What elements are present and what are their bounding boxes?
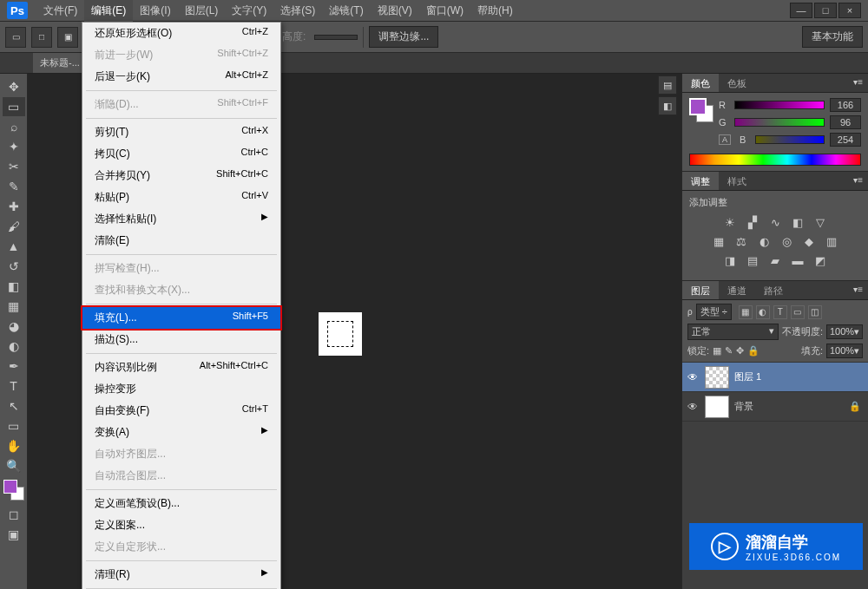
minimize-button[interactable]: — xyxy=(790,3,812,18)
menu-item[interactable]: 拷贝(C)Ctrl+C xyxy=(82,143,280,165)
pen-tool[interactable]: ✒ xyxy=(3,357,25,376)
menu-7[interactable]: 视图(V) xyxy=(371,0,419,22)
tab-styles[interactable]: 样式 xyxy=(719,172,755,190)
bw-icon[interactable]: ◐ xyxy=(756,233,772,249)
filter-shape-icon[interactable]: ▭ xyxy=(791,305,805,319)
shape-tool[interactable]: ▭ xyxy=(3,416,25,435)
slider-b-value[interactable]: 254 xyxy=(830,133,861,147)
menu-3[interactable]: 图层(L) xyxy=(178,0,226,22)
gradient-map-icon[interactable]: ▬ xyxy=(790,252,806,268)
zoom-tool[interactable]: 🔍 xyxy=(3,456,25,475)
workspace-button[interactable]: 基本功能 xyxy=(802,26,863,48)
selection-new[interactable]: □ xyxy=(31,27,52,48)
menu-item[interactable]: 内容识别比例Alt+Shift+Ctrl+C xyxy=(82,357,280,378)
vibrance-icon[interactable]: ▽ xyxy=(812,214,828,230)
hand-tool[interactable]: ✋ xyxy=(3,436,25,455)
type-tool[interactable]: T xyxy=(3,376,25,396)
panel-menu-icon[interactable]: ▾≡ xyxy=(848,281,868,299)
healing-brush-tool[interactable]: ✚ xyxy=(3,197,25,216)
maximize-button[interactable]: □ xyxy=(814,3,837,18)
posterize-icon[interactable]: ▤ xyxy=(745,252,760,268)
menu-item[interactable]: 描边(S)... xyxy=(82,329,280,350)
menu-0[interactable]: 文件(F) xyxy=(36,0,84,22)
menu-5[interactable]: 选择(S) xyxy=(273,0,322,22)
opacity-input[interactable]: 100%▾ xyxy=(826,324,863,339)
marquee-tool-preset[interactable]: ▭ xyxy=(5,27,26,48)
tab-layers[interactable]: 图层 xyxy=(682,281,719,299)
lock-trans-icon[interactable]: ▦ xyxy=(713,345,721,357)
menu-item[interactable]: 还原矩形选框(O)Ctrl+Z xyxy=(82,23,280,44)
menu-6[interactable]: 滤镜(T) xyxy=(322,0,370,22)
slider-g[interactable] xyxy=(734,118,825,127)
menu-item[interactable]: 合并拷贝(Y)Shift+Ctrl+C xyxy=(82,165,280,187)
blur-tool[interactable]: ◕ xyxy=(3,317,25,336)
path-selection-tool[interactable]: ↖ xyxy=(3,396,25,416)
move-tool[interactable]: ✥ xyxy=(3,77,25,96)
document-tab[interactable]: 未标题-... xyxy=(33,53,87,73)
menu-item[interactable]: 剪切(T)Ctrl+X xyxy=(82,121,280,143)
layer-kind-select[interactable]: 类型 ÷ xyxy=(696,304,732,320)
slider-r-value[interactable]: 166 xyxy=(830,98,861,112)
menu-item[interactable]: 自由变换(F)Ctrl+T xyxy=(82,400,280,422)
layer-item[interactable]: 👁背景🔒 xyxy=(682,392,868,422)
menu-4[interactable]: 文字(Y) xyxy=(225,0,273,22)
brush-tool[interactable]: 🖌 xyxy=(3,217,25,236)
close-button[interactable]: × xyxy=(838,3,861,18)
menu-item[interactable]: 清理(R)▶ xyxy=(82,564,280,586)
curves-icon[interactable]: ∿ xyxy=(767,214,783,230)
hue-icon[interactable]: ▦ xyxy=(711,233,727,249)
menu-item[interactable]: 粘贴(P)Ctrl+V xyxy=(82,187,280,208)
panel-menu-icon[interactable]: ▾≡ xyxy=(848,172,868,190)
lasso-tool[interactable]: ⌕ xyxy=(3,117,25,136)
color-swatches[interactable] xyxy=(3,480,24,501)
menu-1[interactable]: 编辑(E) xyxy=(84,0,133,22)
menu-item[interactable]: 清除(E) xyxy=(82,230,280,252)
tab-paths[interactable]: 路径 xyxy=(755,281,792,299)
refine-edge-button[interactable]: 调整边缘... xyxy=(369,26,438,48)
photo-filter-icon[interactable]: ◎ xyxy=(779,233,794,249)
slider-g-value[interactable]: 96 xyxy=(830,115,861,129)
screen-mode-tool[interactable]: ▣ xyxy=(3,525,25,544)
filter-image-icon[interactable]: ▦ xyxy=(739,305,753,319)
tab-color[interactable]: 颜色 xyxy=(682,74,719,92)
slider-b[interactable] xyxy=(755,135,825,144)
eraser-tool[interactable]: ◧ xyxy=(3,277,25,296)
history-panel-icon[interactable]: ▤ xyxy=(658,75,677,95)
filter-type-icon[interactable]: T xyxy=(773,305,787,319)
menu-item[interactable]: 变换(A)▶ xyxy=(82,422,280,443)
menu-item[interactable]: 定义画笔预设(B)... xyxy=(82,493,280,514)
mixer-icon[interactable]: ◆ xyxy=(801,233,817,249)
menu-item[interactable]: 填充(L)...Shift+F5 xyxy=(81,305,282,330)
fill-input[interactable]: 100%▾ xyxy=(826,344,863,358)
slider-r[interactable] xyxy=(734,101,825,109)
crop-tool[interactable]: ✂ xyxy=(3,157,25,176)
visibility-icon[interactable]: 👁 xyxy=(686,401,700,413)
menu-9[interactable]: 帮助(H) xyxy=(470,0,520,22)
foreground-color[interactable] xyxy=(3,480,17,494)
threshold-icon[interactable]: ▰ xyxy=(767,252,783,268)
lock-move-icon[interactable]: ✥ xyxy=(736,345,744,357)
clone-stamp-tool[interactable]: ▲ xyxy=(3,237,25,256)
eyedropper-tool[interactable]: ✎ xyxy=(3,177,25,196)
gradient-tool[interactable]: ▦ xyxy=(3,297,25,316)
visibility-icon[interactable]: 👁 xyxy=(686,371,700,383)
panel-menu-icon[interactable]: ▾≡ xyxy=(848,74,868,92)
levels-icon[interactable]: ▞ xyxy=(745,214,760,230)
invert-icon[interactable]: ◨ xyxy=(722,252,738,268)
lock-paint-icon[interactable]: ✎ xyxy=(725,345,733,357)
tab-adjustments[interactable]: 调整 xyxy=(682,172,719,190)
brightness-icon[interactable]: ☀ xyxy=(722,214,738,230)
history-brush-tool[interactable]: ↺ xyxy=(3,257,25,276)
menu-8[interactable]: 窗口(W) xyxy=(419,0,470,22)
filter-smart-icon[interactable]: ◫ xyxy=(808,305,822,319)
layer-item[interactable]: 👁图层 1 xyxy=(682,363,868,392)
marquee-tool[interactable]: ▭ xyxy=(3,97,25,116)
menu-2[interactable]: 图像(I) xyxy=(133,0,177,22)
color-swatch-pair[interactable] xyxy=(689,98,713,122)
selective-icon[interactable]: ◩ xyxy=(812,252,828,268)
filter-adjust-icon[interactable]: ◐ xyxy=(756,305,770,319)
magic-wand-tool[interactable]: ✦ xyxy=(3,137,25,156)
menu-item[interactable]: 选择性粘贴(I)▶ xyxy=(82,208,280,230)
properties-panel-icon[interactable]: ◧ xyxy=(658,96,677,115)
menu-item[interactable]: 后退一步(K)Alt+Ctrl+Z xyxy=(82,66,280,88)
